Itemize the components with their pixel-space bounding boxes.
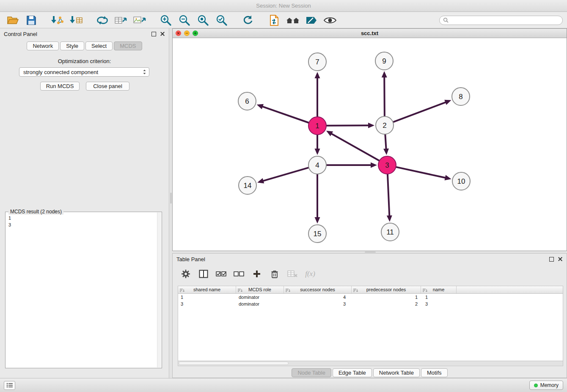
show-hide-button[interactable]: [322, 14, 339, 27]
cell-name[interactable]: 1: [421, 294, 457, 301]
toolbar-separator: [258, 20, 264, 20]
tab-style[interactable]: Style: [60, 41, 84, 50]
graph-edge[interactable]: [384, 77, 385, 116]
import-table-button[interactable]: [68, 14, 85, 27]
close-window-icon[interactable]: [176, 30, 181, 36]
column-header-successor-nodes[interactable]: successor nodes: [284, 286, 352, 293]
tab-network-table[interactable]: Network Table: [373, 368, 420, 377]
task-history-button[interactable]: [4, 381, 15, 390]
float-panel-icon[interactable]: [549, 257, 554, 262]
search-input[interactable]: [451, 17, 559, 24]
zoom-out-button[interactable]: [176, 14, 193, 27]
create-column-button[interactable]: [250, 267, 264, 281]
cell-name[interactable]: 3: [421, 301, 457, 307]
graph-node-2[interactable]: 2: [376, 116, 394, 134]
column-header-name[interactable]: name: [421, 286, 457, 293]
table-row[interactable]: 1 dominator 4 1 1: [178, 294, 563, 301]
scrollbar-thumb[interactable]: [179, 362, 289, 365]
cell-successor-nodes[interactable]: 3: [284, 301, 352, 307]
graph-node-10[interactable]: 10: [452, 172, 470, 190]
graph-edge[interactable]: [327, 125, 368, 126]
network-graph[interactable]: 7968124314101511: [173, 38, 567, 251]
refresh-button[interactable]: [239, 14, 256, 27]
zoom-selected-button[interactable]: [213, 14, 230, 27]
mcds-result-item: 3: [8, 221, 157, 228]
graph-node-9[interactable]: 9: [375, 52, 393, 70]
close-panel-button[interactable]: Close panel: [86, 82, 129, 91]
cell-predecessor-nodes[interactable]: 1: [352, 294, 421, 301]
graph-edge[interactable]: [263, 107, 308, 123]
document-arrows-button[interactable]: [266, 14, 283, 27]
network-window-titlebar[interactable]: scc.txt: [173, 29, 567, 38]
table-panel-header: Table Panel: [173, 254, 567, 265]
graph-node-15[interactable]: 15: [308, 225, 326, 243]
import-network-button[interactable]: [49, 14, 66, 27]
graph-node-8[interactable]: 8: [452, 88, 470, 105]
style-label-button[interactable]: [303, 14, 320, 27]
select-all-columns-button[interactable]: [214, 267, 228, 281]
column-header-predecessor-nodes[interactable]: predecessor nodes: [352, 286, 421, 293]
graph-edge[interactable]: [396, 167, 445, 178]
network-arrows-button[interactable]: [94, 14, 111, 27]
graph-node-11[interactable]: 11: [381, 223, 399, 241]
zoom-window-icon[interactable]: [193, 30, 198, 36]
splitter-handle[interactable]: [365, 251, 376, 253]
splitter-handle[interactable]: [170, 193, 172, 204]
cell-successor-nodes[interactable]: 4: [284, 294, 352, 301]
graph-edge[interactable]: [332, 134, 379, 160]
network-canvas[interactable]: 7968124314101511: [173, 38, 567, 251]
tab-edge-table[interactable]: Edge Table: [333, 368, 372, 377]
export-table-button[interactable]: [113, 14, 129, 27]
graph-edge[interactable]: [388, 174, 389, 215]
close-panel-icon[interactable]: [160, 31, 165, 36]
show-columns-button[interactable]: [196, 267, 211, 281]
graph-edge[interactable]: [263, 168, 308, 181]
graph-node-3[interactable]: 3: [378, 156, 396, 174]
node-label: 15: [314, 230, 322, 238]
table-row[interactable]: 3 dominator 3 2 3: [178, 301, 563, 307]
table-settings-button[interactable]: [179, 267, 193, 281]
delete-table-button-disabled[interactable]: [285, 267, 300, 281]
tab-mcds[interactable]: MCDS: [114, 41, 142, 50]
graph-node-4[interactable]: 4: [308, 156, 326, 174]
zoom-fit-icon: [197, 14, 209, 26]
window-titlebar[interactable]: Session: New Session: [0, 0, 567, 12]
graph-node-1[interactable]: 1: [308, 117, 326, 135]
export-image-button[interactable]: [131, 14, 148, 27]
column-header-shared-name[interactable]: shared name: [178, 286, 236, 293]
cell-mcds-role[interactable]: dominator: [236, 294, 284, 301]
cell-shared-name[interactable]: 1: [178, 294, 236, 301]
open-session-button[interactable]: [4, 14, 21, 27]
zoom-in-button[interactable]: [157, 14, 174, 27]
window-title: Session: New Session: [256, 3, 311, 9]
minimize-window-icon[interactable]: [184, 30, 190, 36]
graph-edge[interactable]: [394, 102, 446, 122]
cell-predecessor-nodes[interactable]: 2: [352, 301, 421, 307]
cell-mcds-role[interactable]: dominator: [236, 301, 284, 307]
tab-select[interactable]: Select: [85, 41, 113, 50]
tab-network[interactable]: Network: [27, 41, 59, 50]
tab-motifs[interactable]: Motifs: [421, 368, 448, 377]
column-header-mcds-role[interactable]: MCDS role: [236, 286, 284, 293]
graph-node-6[interactable]: 6: [238, 92, 256, 110]
function-builder-button-disabled[interactable]: f(x): [303, 267, 317, 281]
home-views-button[interactable]: [284, 14, 301, 27]
close-panel-icon[interactable]: [558, 257, 563, 262]
deselect-all-columns-button[interactable]: [232, 267, 246, 281]
result-scrollbar[interactable]: [157, 213, 161, 367]
optimization-criterion-select[interactable]: strongly connected component: [19, 67, 149, 77]
graph-node-7[interactable]: 7: [308, 53, 326, 71]
gear-icon: [181, 269, 190, 279]
cell-shared-name[interactable]: 3: [178, 301, 236, 307]
search-field[interactable]: [439, 16, 563, 25]
zoom-fit-button[interactable]: [195, 14, 212, 27]
table-horizontal-scrollbar[interactable]: [178, 361, 563, 366]
memory-button[interactable]: Memory: [529, 381, 563, 390]
save-session-button[interactable]: [23, 14, 40, 27]
run-mcds-button[interactable]: Run MCDS: [40, 82, 80, 91]
tab-node-table[interactable]: Node Table: [292, 368, 331, 377]
graph-edge[interactable]: [385, 135, 386, 149]
delete-column-button[interactable]: [267, 267, 282, 281]
graph-node-14[interactable]: 14: [239, 177, 256, 194]
float-panel-icon[interactable]: [151, 32, 156, 36]
